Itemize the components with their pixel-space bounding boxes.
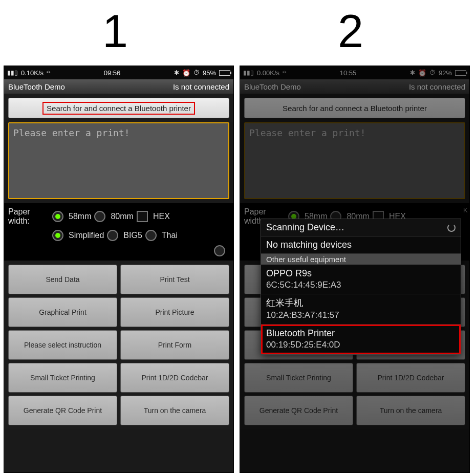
radio-80mm[interactable]: [94, 211, 105, 222]
phone-screenshot-2: ▮▮▯ 0.00K/s ⌔ 10:55 ✱ ⏰ ⏱ 92% BlueTooth …: [240, 66, 470, 473]
battery-text: 95%: [203, 69, 216, 77]
print-textarea[interactable]: [9, 123, 228, 198]
device-name: OPPO R9s: [266, 268, 456, 279]
device-mac: 10:2A:B3:A7:41:57: [266, 310, 456, 321]
generate-qr-button[interactable]: Generate QR Code Print: [8, 396, 117, 425]
radio-thai[interactable]: [145, 230, 157, 241]
scan-section-other: Other useful equipment: [261, 254, 461, 265]
small-ticket-button[interactable]: Small Ticket Printing: [244, 363, 353, 393]
scan-no-match: No matching devices: [261, 236, 461, 254]
checkbox-hex-label: HEX: [153, 212, 170, 221]
bluetooth-icon: ✱: [410, 70, 415, 76]
app-titlebar: BlueTooth Demo Is not connected: [4, 79, 233, 94]
status-time: 10:55: [286, 69, 410, 77]
radio-big5[interactable]: [107, 230, 118, 241]
net-speed: 0.10K/s: [21, 69, 44, 77]
signal-icon: ▮▮▯: [7, 70, 18, 76]
device-item-redmi[interactable]: 红米手机 10:2A:B3:A7:41:57: [261, 294, 461, 324]
device-mac: 00:19:5D:25:E4:0D: [266, 339, 456, 351]
status-time: 09:56: [50, 69, 174, 77]
options-panel: Paper width: 58mm 80mm HEX Simplified BI…: [4, 203, 233, 261]
step-label-2: 2: [338, 5, 363, 58]
step-label-1: 1: [102, 5, 128, 58]
alarm-icon: ⏱: [429, 70, 436, 76]
graphical-print-button[interactable]: Graphical Print: [8, 297, 117, 327]
device-name: Bluetooth Printer: [266, 328, 456, 339]
wifi-icon: ⌔: [283, 70, 286, 76]
print-barcode-button[interactable]: Print 1D/2D Codebar: [120, 363, 229, 393]
spinner-icon: [447, 224, 456, 232]
device-mac: 6C:5C:14:45:9E:A3: [266, 279, 456, 291]
battery-icon: [219, 70, 230, 76]
select-instruction-button[interactable]: Please select instruction: [8, 330, 117, 360]
print-barcode-button[interactable]: Print 1D/2D Codebar: [356, 363, 465, 393]
send-data-button[interactable]: Send Data: [8, 265, 117, 294]
search-connect-button[interactable]: Search for and connect a Bluetooth print…: [244, 98, 465, 118]
search-connect-label: Search for and connect a Bluetooth print…: [44, 103, 194, 114]
radio-thai-label: Thai: [162, 231, 178, 240]
generate-qr-button[interactable]: Generate QR Code Print: [244, 396, 353, 425]
radio-extra[interactable]: [214, 245, 225, 256]
paper-width-label: Paper width:: [8, 207, 49, 226]
device-item-oppo[interactable]: OPPO R9s 6C:5C:14:45:9E:A3: [261, 265, 461, 294]
device-item-bluetooth-printer[interactable]: Bluetooth Printer 00:19:5D:25:E4:0D: [261, 324, 461, 354]
camera-button[interactable]: Turn on the camera: [356, 396, 465, 425]
print-textarea[interactable]: [245, 123, 464, 198]
battery-text: 92%: [439, 69, 452, 77]
radio-big5-label: BIG5: [123, 231, 142, 240]
signal-icon: ▮▮▯: [243, 70, 254, 76]
radio-58mm-label: 58mm: [69, 212, 91, 221]
alarm-icon: ⏱: [193, 70, 200, 76]
app-titlebar: BlueTooth Demo Is not connected: [240, 79, 469, 94]
action-grid: Send Data Print Test Graphical Print Pri…: [4, 261, 233, 429]
radio-simplified-label: Simplified: [69, 231, 104, 240]
print-form-button[interactable]: Print Form: [120, 330, 229, 360]
checkbox-hex[interactable]: [137, 211, 148, 222]
cut-off-label: K: [463, 206, 470, 214]
net-speed: 0.00K/s: [257, 69, 279, 77]
device-name: 红米手机: [266, 297, 456, 309]
connection-status: Is not connected: [173, 82, 229, 91]
print-picture-button[interactable]: Print Picture: [120, 297, 229, 327]
print-input-wrap[interactable]: [8, 122, 229, 199]
status-bar: ▮▮▯ 0.10K/s ⌔ 09:56 ✱ ⏰ ⏱ 95%: [4, 66, 233, 79]
small-ticket-button[interactable]: Small Ticket Printing: [8, 363, 117, 393]
mute-icon: ⏰: [418, 69, 426, 77]
mute-icon: ⏰: [182, 69, 190, 77]
radio-80mm-label: 80mm: [111, 212, 133, 221]
bluetooth-icon: ✱: [174, 70, 179, 76]
app-title: BlueTooth Demo: [244, 82, 301, 91]
battery-icon: [455, 70, 466, 76]
print-input-wrap[interactable]: [244, 122, 465, 199]
print-test-button[interactable]: Print Test: [120, 265, 229, 294]
radio-58mm[interactable]: [52, 211, 63, 222]
phone-screenshot-1: ▮▮▯ 0.10K/s ⌔ 09:56 ✱ ⏰ ⏱ 95% BlueTooth …: [4, 66, 234, 473]
app-title: BlueTooth Demo: [8, 82, 65, 91]
connection-status: Is not connected: [409, 82, 465, 91]
search-connect-button[interactable]: Search for and connect a Bluetooth print…: [8, 98, 229, 118]
camera-button[interactable]: Turn on the camera: [120, 396, 229, 425]
wifi-icon: ⌔: [47, 70, 50, 76]
status-bar: ▮▮▯ 0.00K/s ⌔ 10:55 ✱ ⏰ ⏱ 92%: [240, 66, 469, 79]
search-connect-label: Search for and connect a Bluetooth print…: [283, 104, 427, 113]
radio-simplified[interactable]: [52, 230, 63, 241]
scan-dialog: Scanning Device… No matching devices Oth…: [261, 219, 461, 355]
scan-dialog-title: Scanning Device…: [266, 222, 344, 233]
